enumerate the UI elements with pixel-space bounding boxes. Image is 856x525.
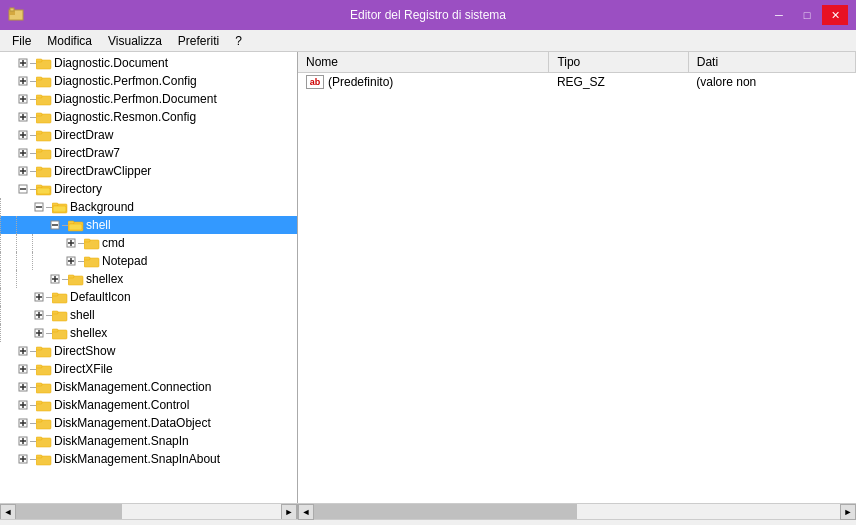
- expand-icon[interactable]: [16, 92, 30, 106]
- expand-icon[interactable]: [32, 308, 46, 322]
- tree-node-diskmanagement-connection[interactable]: DiskManagement.Connection: [0, 378, 297, 396]
- svg-rect-32: [36, 149, 42, 152]
- svg-rect-37: [36, 167, 42, 170]
- svg-rect-46: [52, 203, 58, 206]
- menu-item-menu-modifica[interactable]: Modifica: [39, 32, 100, 50]
- folder-icon: [84, 236, 100, 250]
- value-type: REG_SZ: [549, 73, 688, 92]
- tree-panel[interactable]: Diagnostic.Document Diagnostic.Perfmon.C…: [0, 52, 298, 503]
- expand-icon[interactable]: [16, 434, 30, 448]
- node-label: shell: [86, 218, 111, 232]
- svg-rect-82: [52, 329, 58, 332]
- tree-node-directdraw7[interactable]: DirectDraw7: [0, 144, 297, 162]
- expand-icon[interactable]: [32, 326, 46, 340]
- node-label: Diagnostic.Perfmon.Config: [54, 74, 197, 88]
- tree-node-cmd[interactable]: cmd: [0, 234, 297, 252]
- expand-icon[interactable]: [16, 74, 30, 88]
- expand-icon[interactable]: [16, 56, 30, 70]
- tree-node-notepad[interactable]: Notepad: [0, 252, 297, 270]
- left-scroll-right-arrow[interactable]: ►: [281, 504, 297, 519]
- svg-rect-77: [52, 311, 58, 314]
- svg-rect-41: [36, 185, 42, 188]
- table-row[interactable]: ab(Predefinito)REG_SZ(valore non: [298, 73, 856, 92]
- expand-icon[interactable]: [48, 272, 62, 286]
- svg-rect-57: [84, 239, 90, 242]
- node-label: Diagnostic.Document: [54, 56, 168, 70]
- tree-node-diagnostic-perfmon-document[interactable]: Diagnostic.Perfmon.Document: [0, 90, 297, 108]
- tree-node-directxfile[interactable]: DirectXFile: [0, 360, 297, 378]
- tree-node-shellex-dir[interactable]: shellex: [0, 324, 297, 342]
- tree-node-directdrawclipper[interactable]: DirectDrawClipper: [0, 162, 297, 180]
- node-label: cmd: [102, 236, 125, 250]
- tree-node-diagnostic-perfmon-config[interactable]: Diagnostic.Perfmon.Config: [0, 72, 297, 90]
- node-label: DiskManagement.Control: [54, 398, 189, 412]
- tree-node-shell-bg[interactable]: shell: [0, 216, 297, 234]
- folder-icon: [36, 56, 52, 70]
- tree-node-defaulticon[interactable]: DefaultIcon: [0, 288, 297, 306]
- menu-item-menu-visualizza[interactable]: Visualizza: [100, 32, 170, 50]
- folder-icon: [36, 164, 52, 178]
- expand-icon[interactable]: [16, 146, 30, 160]
- folder-icon: [52, 290, 68, 304]
- col-tipo[interactable]: Tipo: [549, 52, 688, 73]
- minimize-button[interactable]: ─: [766, 5, 792, 25]
- expand-icon[interactable]: [16, 128, 30, 142]
- expand-icon[interactable]: [48, 218, 62, 232]
- node-label: DiskManagement.SnapInAbout: [54, 452, 220, 466]
- expand-icon[interactable]: [64, 254, 78, 268]
- col-dati[interactable]: Dati: [688, 52, 855, 73]
- menu-item-menu-preferiti[interactable]: Preferiti: [170, 32, 227, 50]
- tree-node-diagnostic-document[interactable]: Diagnostic.Document: [0, 54, 297, 72]
- expand-icon[interactable]: [64, 236, 78, 250]
- node-label: Notepad: [102, 254, 147, 268]
- tree-node-diagnostic-resmon-config[interactable]: Diagnostic.Resmon.Config: [0, 108, 297, 126]
- expand-icon[interactable]: [16, 182, 30, 196]
- svg-rect-112: [36, 437, 42, 440]
- menu-item-menu-file[interactable]: File: [4, 32, 39, 50]
- menu-item-menu-help[interactable]: ?: [227, 32, 250, 50]
- folder-icon: [36, 182, 52, 196]
- expand-icon[interactable]: [32, 290, 46, 304]
- node-label: DirectDrawClipper: [54, 164, 151, 178]
- left-scroll-left-arrow[interactable]: ◄: [0, 504, 16, 519]
- node-label: DirectDraw7: [54, 146, 120, 160]
- tree-node-background[interactable]: Background: [0, 198, 297, 216]
- col-nome[interactable]: Nome: [298, 52, 549, 73]
- tree-node-shellex-bg[interactable]: shellex: [0, 270, 297, 288]
- tree-node-directory[interactable]: Directory: [0, 180, 297, 198]
- title-text: Editor del Registro di sistema: [0, 8, 856, 22]
- node-label: DiskManagement.SnapIn: [54, 434, 189, 448]
- expand-icon[interactable]: [16, 164, 30, 178]
- expand-icon[interactable]: [32, 200, 46, 214]
- svg-rect-92: [36, 365, 42, 368]
- expand-icon[interactable]: [16, 380, 30, 394]
- value-name: (Predefinito): [328, 75, 393, 89]
- tree-node-diskmanagement-dataobject[interactable]: DiskManagement.DataObject: [0, 414, 297, 432]
- expand-icon[interactable]: [16, 416, 30, 430]
- expand-icon[interactable]: [16, 452, 30, 466]
- tree-node-shell-dir[interactable]: shell: [0, 306, 297, 324]
- expand-icon[interactable]: [16, 110, 30, 124]
- tree-node-directdraw[interactable]: DirectDraw: [0, 126, 297, 144]
- tree-node-diskmanagement-control[interactable]: DiskManagement.Control: [0, 396, 297, 414]
- svg-rect-102: [36, 401, 42, 404]
- svg-rect-22: [36, 113, 42, 116]
- close-button[interactable]: ✕: [822, 5, 848, 25]
- tree-node-diskmanagement-snapin[interactable]: DiskManagement.SnapIn: [0, 432, 297, 450]
- tree-node-diskmanagement-snapinabout[interactable]: DiskManagement.SnapInAbout: [0, 450, 297, 468]
- expand-icon[interactable]: [16, 362, 30, 376]
- folder-icon: [36, 362, 52, 376]
- folder-icon: [52, 326, 68, 340]
- svg-rect-12: [36, 77, 42, 80]
- right-scroll-left-arrow[interactable]: ◄: [298, 504, 314, 520]
- node-label: DirectXFile: [54, 362, 113, 376]
- maximize-button[interactable]: □: [794, 5, 820, 25]
- folder-icon: [68, 272, 84, 286]
- expand-icon[interactable]: [16, 344, 30, 358]
- svg-rect-52: [69, 224, 82, 230]
- tree-node-directshow[interactable]: DirectShow: [0, 342, 297, 360]
- folder-icon: [36, 434, 52, 448]
- menu-bar: FileModificaVisualizzaPreferiti?: [0, 30, 856, 52]
- expand-icon[interactable]: [16, 398, 30, 412]
- right-scroll-right-arrow[interactable]: ►: [840, 504, 856, 520]
